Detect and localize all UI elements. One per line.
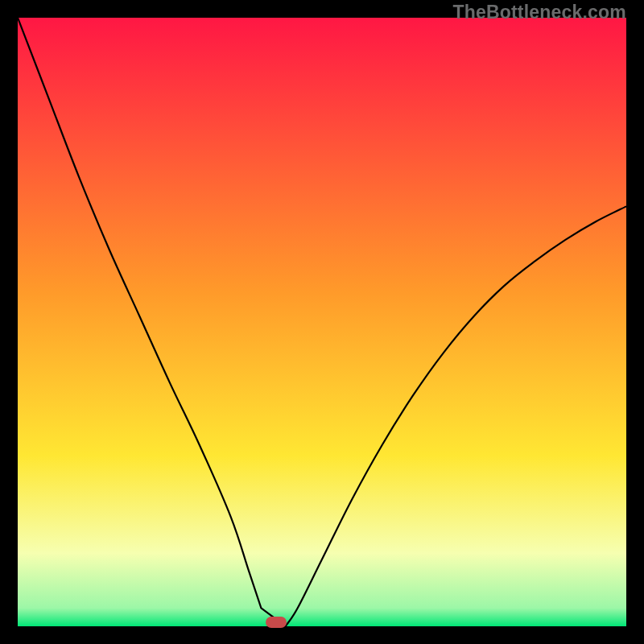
plot-svg (18, 18, 626, 626)
gradient-background (18, 18, 626, 626)
chart-frame: TheBottleneck.com (0, 0, 644, 644)
optimum-marker (266, 617, 287, 628)
watermark-label: TheBottleneck.com (452, 2, 626, 23)
plot-area (18, 18, 626, 626)
